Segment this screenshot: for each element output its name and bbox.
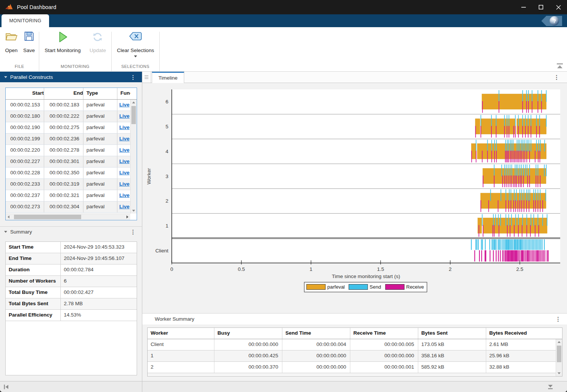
scroll-up-icon[interactable]: [132, 101, 135, 103]
table-row[interactable]: 00:00:02.23300:00:02.319parfevalLive: [6, 179, 137, 190]
play-icon: [42, 31, 84, 47]
scroll-right-icon[interactable]: [126, 215, 128, 218]
timeline-chart-svg[interactable]: 00.511.522.5654321ClientTime since monit…: [142, 83, 567, 313]
column-header-send-time[interactable]: Send Time: [282, 328, 350, 339]
column-header-end[interactable]: End: [44, 88, 83, 99]
open-button[interactable]: Open: [3, 31, 20, 53]
table-row[interactable]: 00:00:02.18000:00:02.222parfevalLive: [6, 111, 137, 122]
scroll-left-icon[interactable]: [8, 215, 9, 218]
parallel-constructs-table[interactable]: Start End Type Function 00:00:02.15300:0…: [5, 88, 137, 220]
scroll-up-icon[interactable]: [558, 341, 561, 343]
column-header-type[interactable]: Type: [83, 88, 117, 99]
table-row[interactable]: 00:00:02.22000:00:02.278parfevalLive: [6, 145, 137, 156]
cell-function: Live: [117, 122, 130, 133]
cell-function: Live: [117, 201, 130, 212]
table-row[interactable]: 00:00:02.19000:00:02.275parfevalLive: [6, 122, 137, 134]
cell-end: 00:00:02.183: [44, 100, 83, 111]
panel-menu-icon[interactable]: ⋮: [555, 316, 561, 322]
cell-function: Live: [117, 179, 130, 190]
column-header-start[interactable]: Start: [6, 88, 44, 99]
collapse-panel-icon[interactable]: [4, 231, 7, 233]
function-link[interactable]: Live: [119, 125, 129, 130]
table-row[interactable]: 00:00:02.27300:00:02.304parfevalLive: [6, 201, 137, 213]
panel-menu-icon[interactable]: ⋮: [130, 229, 136, 235]
cell-function: Live: [117, 145, 130, 156]
tab-list-icon[interactable]: [142, 72, 151, 83]
cell-function: Live: [117, 168, 130, 178]
collapse-bottom-icon[interactable]: [547, 384, 553, 390]
function-link[interactable]: Live: [119, 192, 129, 198]
column-header-receive-time[interactable]: Receive Time: [350, 328, 418, 339]
parallel-constructs-header[interactable]: Parallel Constructs ⋮: [0, 72, 142, 82]
chevron-down-icon[interactable]: [134, 55, 137, 57]
column-header-bytes-sent[interactable]: Bytes Sent: [418, 328, 486, 339]
function-link[interactable]: Live: [119, 170, 129, 175]
scrollbar-thumb[interactable]: [14, 215, 81, 219]
window-title: Pool Dashboard: [17, 4, 56, 10]
summary-label: Duration: [6, 264, 61, 275]
timeline-menu-icon[interactable]: ⋮: [554, 74, 559, 80]
summary-value: 2.78 MB: [61, 298, 137, 309]
save-button[interactable]: Save: [21, 31, 37, 53]
function-link[interactable]: Live: [119, 181, 129, 187]
cell-send-time: 00:00:00.000: [282, 350, 350, 361]
collapse-panel-icon[interactable]: [4, 76, 7, 78]
table-row[interactable]: Client00:00:00.00000:00:00.00400:00:00.0…: [148, 339, 562, 350]
function-link[interactable]: Live: [119, 113, 129, 119]
table-row[interactable]: 100:00:00.42500:00:00.00000:00:00.000358…: [148, 350, 562, 362]
worker-summary-table[interactable]: Worker Busy Send Time Receive Time Bytes…: [147, 327, 562, 377]
summary-value: 14.53%: [61, 310, 137, 321]
collapse-ribbon-icon[interactable]: [556, 63, 563, 69]
vertical-scrollbar[interactable]: [130, 100, 137, 214]
help-icon: ?: [550, 16, 559, 26]
table-row[interactable]: 00:00:02.23700:00:02.321parfevalLive: [6, 190, 137, 201]
cell-type: parfeval: [83, 111, 117, 122]
maximize-button[interactable]: [532, 0, 550, 14]
timeline-chart[interactable]: 00.511.522.5654321ClientTime since monit…: [142, 83, 567, 313]
column-header-busy[interactable]: Busy: [214, 328, 282, 339]
help-button[interactable]: ?: [541, 16, 562, 26]
svg-text:3: 3: [165, 174, 168, 179]
start-monitoring-button[interactable]: Start Monitoring: [42, 31, 84, 53]
worker-summary-header[interactable]: Worker Summary ⋮: [142, 313, 567, 324]
function-link[interactable]: Live: [119, 147, 129, 153]
function-link[interactable]: Live: [119, 136, 129, 141]
tab-monitoring[interactable]: MONITORING: [2, 14, 49, 27]
cell-end: 00:00:02.222: [44, 111, 83, 122]
scroll-down-icon[interactable]: [558, 372, 561, 374]
table-row[interactable]: 00:00:02.22700:00:02.301parfevalLive: [6, 156, 137, 168]
panel-menu-icon[interactable]: ⋮: [130, 74, 136, 80]
column-header-function[interactable]: Function: [117, 88, 130, 99]
cell-start: 00:00:02.190: [6, 122, 44, 133]
column-header-bytes-received[interactable]: Bytes Received: [486, 328, 562, 339]
function-link[interactable]: Live: [119, 102, 129, 108]
cell-function: Live: [117, 111, 130, 122]
table-row[interactable]: 00:00:02.22800:00:02.350parfevalLive: [6, 168, 137, 179]
maximize-icon: [539, 5, 543, 9]
close-button[interactable]: [550, 0, 567, 14]
cell-receive-time: 00:00:00.005: [350, 339, 418, 350]
column-header-worker[interactable]: Worker: [148, 328, 214, 339]
collapse-left-icon[interactable]: [3, 384, 9, 390]
table-row[interactable]: 00:00:02.15300:00:02.183parfevalLive: [6, 100, 137, 111]
function-link[interactable]: Live: [119, 204, 129, 209]
summary-value: 2024-Nov-29 10:45:53.323: [61, 242, 137, 253]
minimize-button[interactable]: [515, 0, 532, 14]
tab-timeline[interactable]: Timeline: [152, 72, 184, 83]
table-row[interactable]: 200:00:00.37000:00:00.00000:00:00.001585…: [148, 362, 562, 373]
vertical-scrollbar[interactable]: [556, 339, 562, 376]
clear-selections-button[interactable]: Clear Selections: [114, 31, 157, 57]
cell-worker: 2: [148, 362, 214, 373]
function-link[interactable]: Live: [119, 158, 129, 164]
cell-type: parfeval: [83, 145, 117, 156]
cell-start: 00:00:02.227: [6, 156, 44, 167]
scrollbar-thumb[interactable]: [131, 106, 136, 124]
close-icon: [556, 5, 561, 10]
scrollbar-thumb[interactable]: [557, 346, 561, 362]
cell-function: Live: [117, 156, 130, 167]
left-pane: Parallel Constructs ⋮ Start End Type Fun…: [0, 72, 142, 381]
horizontal-scrollbar[interactable]: [6, 214, 130, 220]
table-row[interactable]: 00:00:02.19900:00:02.236parfevalLive: [6, 134, 137, 145]
summary-header[interactable]: Summary ⋮: [0, 226, 142, 237]
scroll-down-icon[interactable]: [132, 210, 135, 212]
